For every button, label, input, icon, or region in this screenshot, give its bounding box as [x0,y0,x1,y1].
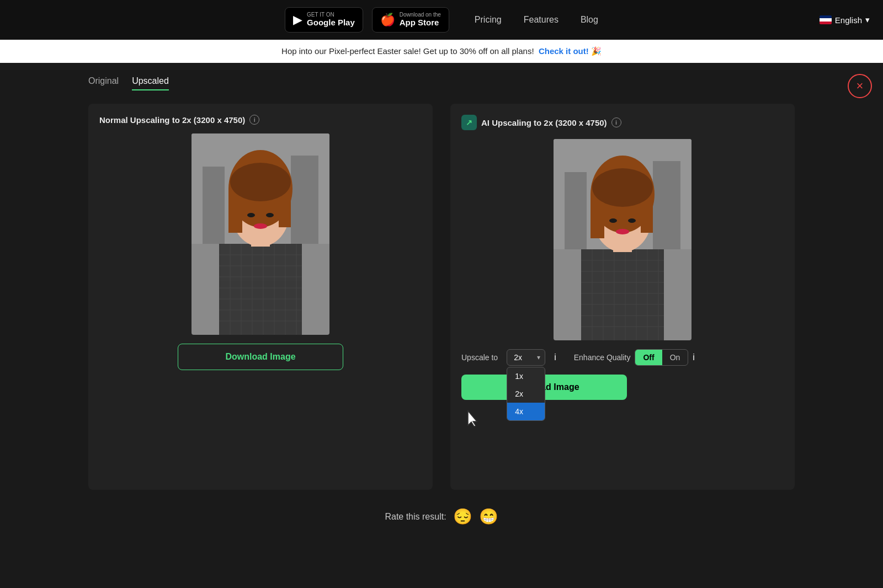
top-navigation: ▶ GET IT ON Google Play 🍎 Download on th… [0,0,883,40]
svg-rect-2 [203,167,225,244]
svg-point-52 [592,168,653,207]
comparison-panels: Normal Upscaling to 2x (3200 x 4750) i [88,104,795,490]
upscale-dropdown-menu: 1x 2x 4x [507,367,545,421]
cursor-icon [467,410,480,427]
right-portrait-svg [554,139,691,340]
view-tabs: Original Upscaled [88,76,795,90]
dropdown-item-1x[interactable]: 1x [507,367,545,385]
promo-banner: Hop into our Pixel-perfect Easter sale! … [0,40,883,63]
svg-rect-31 [653,161,680,249]
flag-icon [820,15,832,24]
upscale-dropdown-wrapper: 2x ▾ 1x 2x 4x [507,349,545,366]
right-image-container [461,139,784,340]
svg-point-24 [230,163,291,201]
toggle-off-button[interactable]: Off [635,350,662,365]
left-portrait-image [192,133,329,335]
svg-point-55 [616,229,629,234]
google-play-button[interactable]: ▶ GET IT ON Google Play [285,7,363,33]
upscale-to-label: Upscale to [461,353,498,362]
pricing-link[interactable]: Pricing [475,15,502,25]
promo-link[interactable]: Check it out! [539,46,589,56]
right-info-icon[interactable]: i [611,117,621,127]
svg-marker-56 [468,411,477,426]
features-link[interactable]: Features [524,15,558,25]
svg-rect-3 [291,156,318,244]
dropdown-item-4x[interactable]: 4x [507,403,545,420]
enhance-quality-group: Enhance Quality Off On i [574,349,695,366]
left-image-container [99,133,422,335]
chevron-down-icon: ▾ [865,15,870,25]
svg-point-53 [609,218,617,223]
upscale-controls: Upscale to 2x ▾ 1x 2x 4x i Enhance Quali [461,349,784,366]
app-store-button[interactable]: 🍎 Download on the App Store [372,7,449,33]
tab-original[interactable]: Original [88,76,119,90]
upscale-info-icon[interactable]: i [554,352,556,362]
language-label: English [835,15,862,25]
happy-rating-button[interactable]: 😁 [479,507,498,526]
close-icon: × [857,79,864,93]
right-panel: ↗ AI Upscaling to 2x (3200 x 4750) i [450,104,795,490]
close-button[interactable]: × [848,74,872,98]
left-panel-title: Normal Upscaling to 2x (3200 x 4750) i [99,115,422,125]
dropdown-chevron-icon: ▾ [537,354,540,361]
ai-upscale-icon: ↗ [461,115,477,130]
unhappy-rating-button[interactable]: 😔 [453,507,472,526]
promo-emoji: 🎉 [591,46,602,56]
enhance-quality-label: Enhance Quality [574,353,631,362]
promo-text: Hop into our Pixel-perfect Easter sale! … [281,46,534,56]
svg-point-26 [266,213,274,217]
toggle-on-button[interactable]: On [662,350,688,365]
left-info-icon[interactable]: i [249,115,259,125]
svg-point-54 [628,218,636,223]
right-panel-title: ↗ AI Upscaling to 2x (3200 x 4750) i [461,115,784,130]
left-download-button[interactable]: Download Image [178,344,343,370]
google-play-text: GET IT ON Google Play [307,12,355,28]
left-download-area: Download Image [99,344,422,370]
enhance-quality-toggle: Off On [635,349,688,366]
tab-upscaled[interactable]: Upscaled [132,76,169,90]
right-portrait-image [554,139,691,340]
svg-point-27 [254,223,267,229]
svg-rect-30 [565,172,587,249]
main-content: × Original Upscaled Normal Upscaling to … [0,63,883,548]
svg-point-25 [247,213,255,217]
app-store-text: Download on the App Store [400,12,441,28]
left-portrait-svg [192,133,329,335]
google-play-icon: ▶ [293,13,302,27]
language-selector[interactable]: English ▾ [820,15,870,25]
enhance-info-icon[interactable]: i [693,352,695,362]
rating-section: Rate this result: 😔 😁 [88,507,795,526]
dropdown-item-2x[interactable]: 2x [507,385,545,403]
upscale-dropdown[interactable]: 2x ▾ [507,349,545,366]
nav-links: Pricing Features Blog [475,15,598,25]
left-panel: Normal Upscaling to 2x (3200 x 4750) i [88,104,433,490]
blog-link[interactable]: Blog [581,15,598,25]
rating-label: Rate this result: [385,512,446,522]
apple-icon: 🍎 [380,13,395,27]
